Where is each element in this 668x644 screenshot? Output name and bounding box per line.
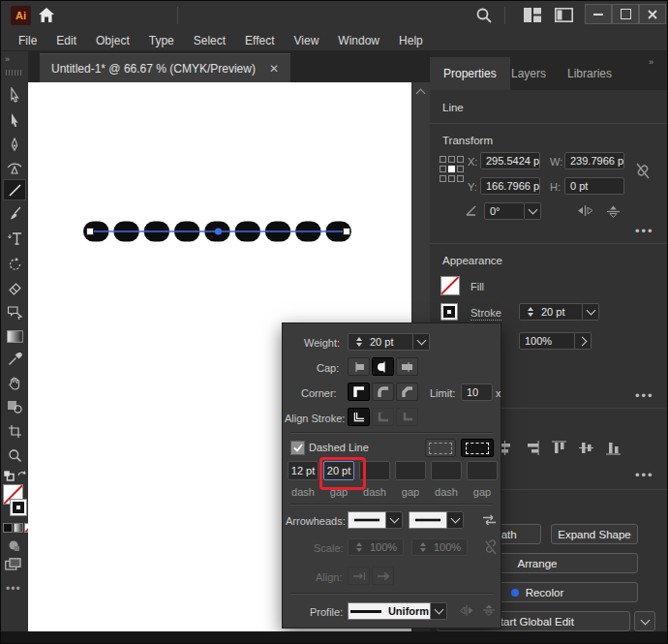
appearance-stroke-swatch[interactable] — [440, 303, 458, 321]
line-segment-tool-icon[interactable] — [3, 179, 26, 200]
round-cap-button[interactable] — [372, 357, 394, 376]
minimize-button[interactable] — [585, 4, 612, 24]
stroke-color-swatch[interactable] — [10, 499, 27, 516]
arrowhead-end-select[interactable] — [409, 511, 464, 529]
rotate-tool-icon[interactable] — [3, 253, 26, 274]
appearance-more-icon[interactable]: ••• — [635, 388, 654, 403]
align-stroke-inside-button[interactable] — [372, 408, 394, 426]
arrowhead-start-select[interactable] — [348, 511, 403, 529]
w-field[interactable]: 239.7966 p — [564, 152, 624, 169]
eraser-tool-icon[interactable] — [3, 277, 26, 298]
toolbar-more-icon[interactable]: ••• — [6, 582, 21, 596]
swap-arrowheads-icon[interactable] — [482, 513, 497, 527]
gradient-tool-icon[interactable] — [3, 325, 26, 347]
link-scale-icon[interactable] — [484, 538, 498, 557]
opacity-control[interactable]: 100% — [519, 332, 592, 350]
rotate-angle-dropdown[interactable] — [525, 202, 541, 220]
x-field[interactable]: 295.5424 p — [480, 152, 540, 169]
butt-cap-button[interactable] — [348, 357, 370, 376]
y-field[interactable]: 166.7966 p — [480, 177, 540, 195]
expand-shape-button[interactable]: Expand Shape — [551, 524, 638, 544]
stroke-weight-stepper[interactable] — [525, 307, 536, 317]
appearance-fill-swatch[interactable] — [440, 276, 460, 295]
menu-file[interactable]: File — [9, 34, 46, 47]
tab-layers[interactable]: Layers — [498, 57, 560, 90]
align-v-bottom-icon[interactable] — [606, 441, 621, 455]
selection-tool-icon[interactable] — [3, 84, 26, 106]
pen-tool-icon[interactable] — [3, 135, 26, 156]
menu-window[interactable]: Window — [328, 34, 389, 47]
menu-view[interactable]: View — [285, 34, 329, 47]
menu-object[interactable]: Object — [86, 34, 139, 47]
transform-more-icon[interactable]: ••• — [635, 224, 654, 238]
rotate-angle-field[interactable]: 0° — [484, 202, 525, 220]
miter-join-button[interactable] — [348, 383, 370, 401]
profile-flip-across-icon[interactable] — [459, 604, 474, 617]
dash-field-3[interactable] — [431, 461, 462, 480]
artboard-tool-icon[interactable] — [3, 420, 26, 442]
stroke-link[interactable]: Stroke — [471, 307, 501, 321]
preserve-dash-button[interactable] — [425, 439, 456, 457]
weight-dropdown[interactable] — [413, 333, 430, 351]
stroke-weight-dropdown[interactable] — [583, 303, 599, 321]
align-dash-to-corners-button[interactable] — [461, 439, 494, 457]
document-tab[interactable]: Untitled-1* @ 66.67 % (CMYK/Preview) ✕ — [40, 53, 290, 83]
profile-dropdown[interactable] — [431, 602, 447, 620]
align-arrow-tip-button[interactable] — [348, 567, 370, 585]
align-more-icon[interactable]: ••• — [635, 468, 654, 482]
menu-edit[interactable]: Edit — [46, 34, 86, 47]
projecting-cap-button[interactable] — [396, 357, 418, 376]
workspace-switcher-icon[interactable] — [555, 8, 573, 22]
flip-vertical-icon[interactable] — [606, 204, 621, 219]
default-fill-stroke-icon[interactable] — [3, 470, 15, 481]
home-icon[interactable] — [38, 7, 55, 23]
menu-type[interactable]: Type — [139, 34, 184, 47]
profile-flip-along-icon[interactable] — [482, 603, 496, 617]
stroke-weight-control[interactable]: 20 pt — [519, 303, 599, 321]
color-button[interactable] — [3, 523, 13, 533]
menu-help[interactable]: Help — [389, 34, 433, 47]
panel-collapse-icon[interactable]: » — [649, 57, 653, 67]
toolbar-grip[interactable] — [6, 70, 21, 76]
type-tool-icon[interactable] — [3, 228, 26, 249]
curvature-tool-icon[interactable] — [3, 158, 26, 179]
menu-select[interactable]: Select — [184, 34, 235, 47]
profile-select[interactable]: Uniform — [348, 602, 447, 620]
paintbrush-tool-icon[interactable] — [3, 202, 26, 224]
hand-tool-icon[interactable] — [3, 372, 26, 393]
gap-field-1[interactable]: 20 pt — [323, 461, 354, 480]
limit-field[interactable]: 10 — [461, 383, 493, 401]
scale-start-field[interactable]: 100% — [348, 538, 404, 556]
constrain-proportions-icon[interactable] — [635, 160, 651, 181]
menu-effect[interactable]: Effect — [235, 34, 284, 47]
weight-control[interactable]: 20 pt — [348, 333, 430, 351]
zoom-tool-icon[interactable] — [3, 445, 26, 466]
gap-field-2[interactable] — [395, 461, 426, 480]
close-button[interactable] — [639, 4, 666, 24]
h-field[interactable]: 0 pt — [564, 177, 624, 195]
maximize-button[interactable] — [612, 4, 639, 24]
toolbar-expand-icon[interactable]: » — [5, 54, 11, 64]
search-icon[interactable] — [475, 7, 493, 24]
opacity-arrow[interactable] — [575, 332, 592, 350]
align-v-center-icon[interactable] — [579, 441, 593, 455]
start-global-edit-dropdown[interactable] — [634, 611, 655, 631]
tab-libraries[interactable]: Libraries — [554, 57, 625, 90]
weight-stepper[interactable] — [353, 337, 365, 347]
eyedropper-tool-icon[interactable] — [3, 348, 26, 369]
dashed-line-checkbox[interactable] — [290, 441, 305, 455]
shaper-tool-icon[interactable] — [3, 301, 26, 322]
round-join-button[interactable] — [372, 383, 394, 401]
arrange-documents-icon[interactable] — [524, 8, 541, 22]
screen-mode-icon[interactable] — [5, 558, 21, 570]
align-stroke-center-button[interactable] — [348, 408, 370, 426]
arrowhead-end-dropdown[interactable] — [447, 511, 464, 529]
flip-horizontal-icon[interactable] — [577, 204, 593, 217]
align-h-right-icon[interactable] — [525, 441, 539, 455]
align-arrow-end-button[interactable] — [372, 567, 394, 585]
symbol-tool-icon[interactable] — [3, 396, 26, 417]
direct-selection-tool-icon[interactable] — [3, 109, 26, 131]
scale-end-field[interactable]: 100% — [411, 538, 468, 556]
tab-close-icon[interactable]: ✕ — [269, 62, 279, 76]
bevel-join-button[interactable] — [396, 383, 418, 401]
